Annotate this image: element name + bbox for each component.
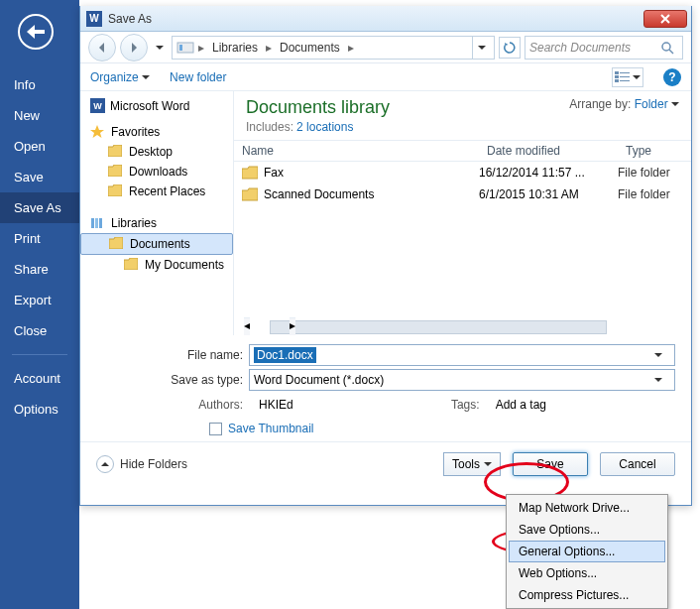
svg-rect-9 — [91, 218, 94, 228]
svg-rect-4 — [615, 75, 619, 78]
save-type-select[interactable]: Word Document (*.docx) — [249, 369, 675, 391]
svg-rect-8 — [620, 80, 630, 81]
save-thumbnail-checkbox[interactable] — [209, 423, 222, 435]
search-input[interactable]: Search Documents — [525, 36, 683, 60]
tree-word-app[interactable]: W Microsoft Word — [80, 95, 233, 116]
folder-icon — [242, 187, 258, 201]
save-type-label: Save as type: — [160, 373, 249, 387]
col-date[interactable]: Date modified — [479, 144, 618, 158]
sidebar-item-new[interactable]: New — [0, 100, 79, 131]
view-mode-button[interactable] — [612, 67, 643, 87]
folder-tree: W Microsoft Word Favorites DesktopDownlo… — [80, 91, 234, 335]
arrange-by-label: Arrange by: — [569, 97, 631, 111]
sidebar-separator — [12, 354, 67, 355]
folder-icon — [109, 237, 125, 251]
organize-toolbar: Organize New folder ? — [80, 63, 691, 91]
save-type-dropdown[interactable] — [654, 373, 670, 387]
svg-rect-5 — [615, 79, 619, 82]
tools-dropdown-menu: Map Network Drive...Save Options...Gener… — [506, 494, 668, 609]
file-list-pane: Documents library Arrange by: Folder Inc… — [234, 91, 691, 335]
tree-favorites[interactable]: Favorites — [80, 122, 233, 142]
back-button[interactable] — [18, 14, 54, 50]
help-button[interactable]: ? — [663, 68, 681, 86]
locations-link[interactable]: 2 locations — [296, 120, 353, 134]
menu-item-web-options[interactable]: Web Options... — [509, 562, 665, 584]
hscroll-left[interactable]: ◂ — [244, 317, 250, 335]
menu-item-compress-pictures[interactable]: Compress Pictures... — [509, 584, 665, 606]
save-button[interactable]: Save — [513, 452, 588, 476]
sidebar-item-print[interactable]: Print — [0, 223, 79, 254]
sidebar-item-account[interactable]: Account — [0, 363, 79, 394]
nav-toolbar: ▸ Libraries ▸ Documents ▸ Search Documen… — [80, 32, 691, 63]
nav-history-button[interactable] — [152, 38, 168, 58]
library-title: Documents library — [246, 97, 390, 118]
col-name[interactable]: Name — [234, 144, 479, 158]
breadcrumb-libraries[interactable]: Libraries — [208, 41, 262, 55]
file-name-value: Doc1.docx — [254, 347, 316, 363]
nav-back-button[interactable] — [88, 34, 116, 61]
file-name-input[interactable]: Doc1.docx — [249, 344, 675, 366]
sidebar-item-save[interactable]: Save — [0, 162, 79, 192]
chevron-up-icon — [96, 455, 114, 473]
svg-rect-3 — [615, 71, 619, 74]
dialog-title: Save As — [108, 12, 643, 26]
tools-button[interactable]: Tools — [443, 452, 501, 476]
sidebar-item-open[interactable]: Open — [0, 131, 79, 162]
file-name-dropdown[interactable] — [654, 348, 670, 362]
sidebar-item-export[interactable]: Export — [0, 285, 79, 315]
word-icon: W — [90, 98, 105, 113]
breadcrumb-documents[interactable]: Documents — [276, 41, 344, 55]
svg-rect-1 — [179, 45, 182, 51]
hide-folders-button[interactable]: Hide Folders — [96, 455, 187, 473]
sidebar-item-share[interactable]: Share — [0, 254, 79, 285]
column-headers: Name Date modified Type — [234, 140, 691, 162]
sidebar-item-save-as[interactable]: Save As — [0, 192, 79, 223]
save-as-dialog: W Save As ▸ Libraries ▸ Documents ▸ Sear… — [79, 6, 692, 506]
tags-value[interactable]: Add a tag — [496, 398, 546, 412]
tree-item-downloads[interactable]: Downloads — [80, 162, 233, 182]
sidebar-item-options[interactable]: Options — [0, 394, 79, 425]
chevron-down-icon — [484, 462, 492, 470]
scrollbar-thumb[interactable] — [270, 320, 607, 334]
tags-label: Tags: — [451, 398, 486, 412]
dialog-titlebar: W Save As — [80, 6, 691, 32]
breadcrumb-dropdown[interactable] — [472, 37, 490, 59]
word-app-icon: W — [86, 11, 102, 27]
search-placeholder: Search Documents — [529, 41, 631, 55]
close-button[interactable] — [643, 10, 687, 28]
refresh-button[interactable] — [499, 37, 521, 59]
cancel-button[interactable]: Cancel — [600, 452, 675, 476]
tree-libraries[interactable]: Libraries — [80, 213, 233, 233]
includes-label: Includes: — [246, 120, 293, 134]
organize-button[interactable]: Organize — [90, 70, 150, 84]
tree-item-my-documents[interactable]: My Documents — [80, 255, 233, 275]
new-folder-button[interactable]: New folder — [170, 70, 226, 84]
col-type[interactable]: Type — [618, 144, 691, 158]
authors-value[interactable]: HKIEd — [259, 398, 293, 412]
menu-item-map-network-drive[interactable]: Map Network Drive... — [509, 497, 665, 519]
svg-rect-7 — [620, 76, 630, 77]
sidebar-item-close[interactable]: Close — [0, 315, 79, 346]
address-breadcrumb[interactable]: ▸ Libraries ▸ Documents ▸ — [172, 36, 495, 60]
menu-item-save-options[interactable]: Save Options... — [509, 519, 665, 541]
file-row[interactable]: Scanned Documents6/1/2015 10:31 AMFile f… — [234, 183, 691, 205]
save-thumbnail-label[interactable]: Save Thumbnail — [228, 422, 314, 435]
menu-item-general-options[interactable]: General Options... — [509, 541, 665, 562]
tree-item-recent-places[interactable]: Recent Places — [80, 182, 233, 201]
folder-icon — [124, 258, 140, 272]
arrange-by-value[interactable]: Folder — [635, 97, 679, 111]
folder-icon — [108, 165, 124, 179]
refresh-icon — [504, 42, 516, 54]
nav-forward-button[interactable] — [120, 34, 148, 61]
word-backstage-sidebar: InfoNewOpenSaveSave AsPrintShareExportCl… — [0, 0, 79, 609]
hscroll-right[interactable]: ▸ — [290, 317, 295, 335]
file-row[interactable]: Fax16/12/2014 11:57 ...File folder — [234, 162, 691, 183]
library-icon — [90, 216, 106, 230]
sidebar-item-info[interactable]: Info — [0, 69, 79, 100]
file-name-label: File name: — [160, 348, 249, 362]
view-list-icon — [615, 71, 631, 83]
library-root-icon — [176, 41, 194, 55]
tree-item-desktop[interactable]: Desktop — [80, 142, 233, 162]
folder-icon — [242, 166, 258, 180]
tree-item-documents[interactable]: Documents — [80, 233, 233, 255]
